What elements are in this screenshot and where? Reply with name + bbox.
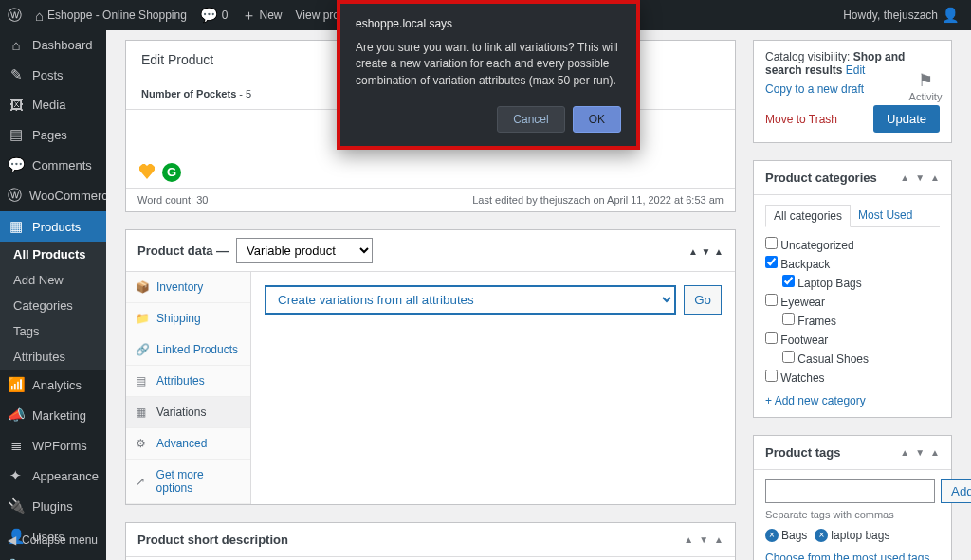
move-to-trash[interactable]: Move to Trash: [765, 113, 837, 126]
category-checkbox[interactable]: [782, 351, 795, 363]
ptab-attributes[interactable]: ▤Attributes: [126, 366, 250, 397]
category-checkbox[interactable]: [782, 275, 795, 287]
add-category-link[interactable]: + Add new category: [765, 394, 866, 407]
caret-down-icon[interactable]: ▼: [915, 447, 925, 458]
caret-up-icon[interactable]: ▲: [900, 447, 909, 458]
product-type-select[interactable]: Variable product: [236, 238, 373, 263]
sidebar-item-posts[interactable]: ✎Posts: [0, 60, 106, 90]
sidebar-item-marketing[interactable]: 📣Marketing: [0, 400, 106, 430]
sidebar-item-wpforms[interactable]: ≣WPForms: [0, 430, 106, 461]
tags-box: Product tags ▲▼▲ Add Separate tags with …: [753, 435, 952, 560]
cancel-button[interactable]: Cancel: [497, 106, 564, 133]
tab-icon: ▦: [136, 406, 149, 419]
toggle-icon[interactable]: ▲: [714, 534, 724, 545]
tab-icon: ▤: [136, 374, 149, 388]
variations-panel: Create variations from all attributes Go: [251, 272, 735, 504]
category-frames[interactable]: Frames: [765, 311, 940, 330]
category-checkbox[interactable]: [765, 237, 778, 249]
tag-laptop-bags: ×laptop bags: [815, 529, 889, 542]
submenu-attributes[interactable]: Attributes: [0, 344, 106, 370]
sidebar-item-dashboard[interactable]: ⌂Dashboard: [0, 30, 106, 60]
howdy-user[interactable]: Howdy, thejuszach 👤: [843, 7, 971, 24]
sidebar-item-appearance[interactable]: ✦Appearance: [0, 461, 106, 491]
category-laptop-bags[interactable]: Laptop Bags: [765, 273, 940, 292]
sidebar-item-woocommerce[interactable]: ⓦWooCommerce: [0, 180, 106, 211]
dialog-message: Are you sure you want to link all variat…: [356, 40, 621, 89]
category-eyewear[interactable]: Eyewear: [765, 292, 940, 311]
sidebar-item-comments[interactable]: 💬Comments: [0, 150, 106, 180]
categories-box: Product categories ▲▼▲ All categories Mo…: [753, 160, 952, 418]
product-data-header: Product data —: [137, 244, 229, 258]
admin-sidebar: ⌂Dashboard✎Posts🖾Media▤Pages💬CommentsⓦWo…: [0, 30, 106, 560]
ptab-advanced[interactable]: ⚙Advanced: [126, 428, 250, 460]
remove-tag-icon[interactable]: ×: [765, 529, 779, 542]
category-footwear[interactable]: Footwear: [765, 330, 940, 349]
caret-up-icon[interactable]: ▲: [900, 172, 909, 183]
category-casual-shoes[interactable]: Casual Shoes: [765, 349, 940, 368]
confirm-dialog: eshoppe.local says Are you sure you want…: [337, 0, 640, 150]
most-used-tab[interactable]: Most Used: [851, 205, 920, 226]
ptab-shipping[interactable]: 📁Shipping: [126, 303, 250, 334]
choose-tags-link[interactable]: Choose from the most used tags: [765, 551, 929, 561]
category-checkbox[interactable]: [765, 256, 778, 268]
category-checkbox[interactable]: [765, 370, 778, 382]
wp-logo[interactable]: ⓦ: [8, 7, 22, 25]
tag-bags: ×Bags: [765, 529, 807, 542]
caret-down-icon[interactable]: ▼: [699, 534, 708, 545]
menu-icon: ▤: [8, 126, 25, 143]
caret-down-icon[interactable]: ▼: [702, 246, 711, 257]
ptab-variations[interactable]: ▦Variations: [126, 397, 250, 428]
remove-tag-icon[interactable]: ×: [815, 529, 828, 542]
all-categories-tab[interactable]: All categories: [765, 205, 851, 227]
caret-up-icon[interactable]: ▲: [684, 534, 693, 545]
activity-tab[interactable]: ⚑ Activity: [899, 70, 952, 102]
submenu-tags[interactable]: Tags: [0, 318, 106, 344]
category-backpack[interactable]: Backpack: [765, 254, 940, 273]
comments-count[interactable]: 💬0: [200, 7, 229, 24]
ok-button[interactable]: OK: [573, 106, 621, 133]
ptab-linked-products[interactable]: 🔗Linked Products: [126, 334, 250, 366]
collapse-menu[interactable]: ◀Collapse menu: [0, 528, 106, 552]
toggle-icon[interactable]: ▲: [930, 172, 940, 183]
category-checkbox[interactable]: [765, 294, 778, 306]
toggle-icon[interactable]: ▲: [714, 246, 724, 257]
submenu-add-new[interactable]: Add New: [0, 267, 106, 293]
submenu-categories[interactable]: Categories: [0, 293, 106, 318]
menu-icon: 💬: [8, 156, 25, 173]
sidebar-item-tools[interactable]: 🔧Tools: [0, 551, 106, 560]
edit-visibility[interactable]: Edit: [846, 63, 866, 77]
menu-icon: 🔌: [8, 497, 25, 515]
submenu-all-products[interactable]: All Products: [0, 242, 106, 267]
add-tag-button[interactable]: Add: [941, 479, 971, 503]
sidebar-item-media[interactable]: 🖾Media: [0, 90, 106, 119]
sidebar-item-products[interactable]: ▦Products: [0, 211, 106, 242]
site-name[interactable]: ⌂Eshoppe - Online Shopping: [35, 8, 187, 24]
menu-icon: 📣: [8, 406, 25, 424]
update-button[interactable]: Update: [873, 105, 940, 133]
menu-icon: ⓦ: [8, 187, 22, 205]
caret-up-icon[interactable]: ▲: [688, 246, 698, 257]
toggle-icon[interactable]: ▲: [930, 447, 940, 458]
sidebar-item-analytics[interactable]: 📶Analytics: [0, 370, 106, 400]
menu-icon: 🖾: [8, 97, 25, 113]
ptab-inventory[interactable]: 📦Inventory: [126, 272, 250, 303]
sidebar-item-pages[interactable]: ▤Pages: [0, 119, 106, 150]
category-watches[interactable]: Watches: [765, 368, 940, 387]
copy-draft-link[interactable]: Copy to a new draft: [765, 82, 864, 96]
short-description-box: Product short description ▲ ▼ ▲ 🖼 Add Me…: [125, 522, 736, 560]
category-checkbox[interactable]: [765, 332, 778, 344]
category-checkbox[interactable]: [782, 313, 795, 325]
variation-action-select[interactable]: Create variations from all attributes: [265, 285, 676, 315]
dialog-title: eshoppe.local says: [356, 17, 621, 30]
tag-input[interactable]: [765, 479, 935, 503]
menu-icon: ✎: [8, 66, 25, 83]
sidebar-item-plugins[interactable]: 🔌Plugins: [0, 491, 106, 521]
menu-icon: 📶: [8, 376, 25, 393]
new-content[interactable]: ＋New: [242, 7, 283, 25]
go-button[interactable]: Go: [684, 285, 722, 315]
category-uncategorized[interactable]: Uncategorized: [765, 235, 940, 254]
caret-down-icon[interactable]: ▼: [915, 172, 925, 183]
tab-icon: ⚙: [136, 437, 149, 450]
ptab-get-more-options[interactable]: ↗Get more options: [126, 460, 250, 504]
tab-icon: ↗: [136, 475, 149, 488]
